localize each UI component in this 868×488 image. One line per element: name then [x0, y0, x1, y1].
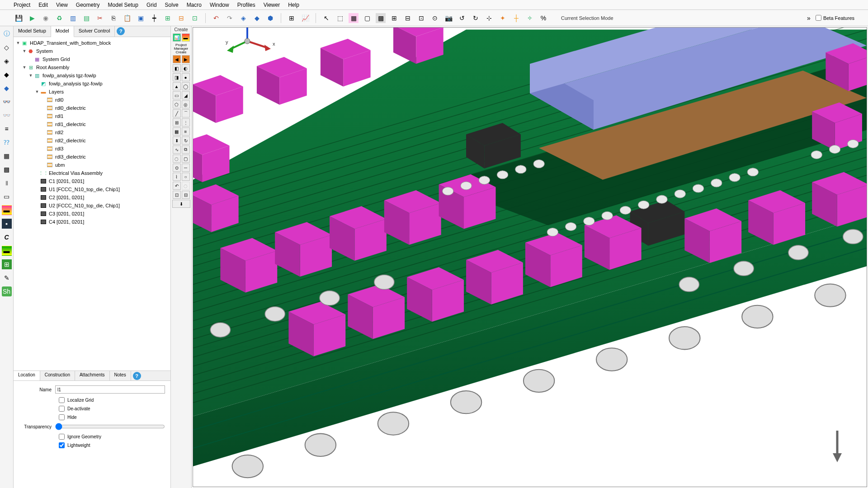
tree-layer[interactable]: rdl3_dielectric — [15, 153, 169, 161]
rotate-ccw-icon[interactable]: ↺ — [457, 13, 467, 23]
model-tree[interactable]: ▼▣HDAP_Transient_with_bottom_block ▼⬣Sys… — [14, 37, 170, 371]
shape-via-icon[interactable]: ⊙ — [173, 164, 181, 172]
tree-layer[interactable]: rdl3 — [15, 145, 169, 153]
chip1-icon[interactable]: ▦ — [2, 151, 12, 161]
ruler-icon[interactable]: ┿ — [149, 13, 159, 23]
tree-package[interactable]: ▼▥fowlp_analysis tgz-fowlp — [15, 71, 169, 80]
shape-dots-icon[interactable]: ⋮ — [182, 118, 190, 127]
name-input[interactable] — [55, 385, 165, 394]
copy-icon[interactable]: ⎘ — [108, 13, 118, 23]
prop-tab-notes[interactable]: Notes — [110, 371, 131, 380]
prop-tab-construction[interactable]: Construction — [40, 371, 75, 380]
sh-icon[interactable]: Sh — [2, 286, 12, 296]
tree-layer[interactable]: rdl0_dielectric — [15, 104, 169, 112]
face-sel-icon[interactable]: ▦ — [349, 13, 359, 23]
shape-pad-icon[interactable]: ▢ — [182, 155, 190, 163]
shape-ball-icon[interactable]: ○ — [182, 173, 190, 181]
shape-sphere-icon[interactable]: ● — [182, 73, 190, 81]
localize-grid-checkbox[interactable] — [59, 397, 65, 403]
help-icon[interactable]: ? — [117, 27, 125, 35]
undo-icon[interactable]: ↶ — [211, 13, 221, 23]
menu-view[interactable]: View — [56, 2, 68, 8]
shape-trace-icon[interactable]: ─ — [182, 164, 190, 172]
shape-extrude-icon[interactable]: ⬍ — [173, 136, 181, 145]
nav-right-icon[interactable]: ▶ — [182, 55, 190, 63]
snap1-icon[interactable]: ⊹ — [484, 13, 494, 23]
tree-root[interactable]: ▼▣HDAP_Transient_with_bottom_block — [15, 39, 169, 47]
shape-stack-icon[interactable]: ≡ — [182, 127, 190, 136]
tree-package-inner[interactable]: ◩fowlp_analysis tgz-fowlp — [15, 80, 169, 88]
cut-icon[interactable]: ✂ — [95, 13, 105, 23]
3d-viewport[interactable]: z x y — [193, 27, 867, 487]
tree-layer[interactable]: ubm — [15, 161, 169, 169]
tree-component[interactable]: C1 [0201, 0201] — [15, 177, 169, 185]
tree-vias[interactable]: ⋮⋮Electrical Vias Assembly — [15, 169, 169, 177]
tree-component[interactable]: C2 [0201, 0201] — [15, 193, 169, 202]
tool-ungroup-icon[interactable]: ⊟ — [182, 191, 190, 199]
percent-icon[interactable]: % — [538, 13, 548, 23]
shaded-cube-icon[interactable]: ⬢ — [265, 13, 275, 23]
transparency-slider[interactable] — [55, 423, 165, 430]
prop-tab-location[interactable]: Location — [14, 371, 40, 380]
shape-arc-icon[interactable]: ⌒ — [182, 109, 190, 117]
deactivate-checkbox[interactable] — [59, 406, 65, 412]
tree-component[interactable]: U2 [FCCC_N10_top_die, Chip1] — [15, 202, 169, 210]
shape-poly-icon[interactable]: ⬠ — [173, 100, 181, 108]
beta-checkbox[interactable] — [816, 15, 821, 21]
tree-root-assembly[interactable]: ▼⊞Root Assembly — [15, 63, 169, 71]
shape-wedge-icon[interactable]: ◢ — [182, 91, 190, 99]
rotate-cw-icon[interactable]: ↻ — [471, 13, 481, 23]
snap3-icon[interactable]: ┼ — [511, 13, 521, 23]
brush-icon[interactable]: ✎ — [2, 273, 12, 283]
tree-layer[interactable]: rdl1 — [15, 112, 169, 120]
prop-tab-attachments[interactable]: Attachments — [75, 371, 110, 380]
shape-prism-icon[interactable]: ◨ — [173, 73, 181, 81]
box-icon[interactable]: ▣ — [136, 13, 146, 23]
bars-icon[interactable]: ⫴ — [2, 178, 12, 188]
shape-sweep-icon[interactable]: ∿ — [173, 145, 181, 154]
tool-group-icon[interactable]: ⊡ — [173, 191, 181, 199]
select-box-icon[interactable]: ⬚ — [335, 13, 345, 23]
wireframe-cube-icon[interactable]: ◈ — [238, 13, 248, 23]
tree-system[interactable]: ▼⬣System — [15, 47, 169, 55]
grid-sq-icon[interactable]: ⊞ — [2, 259, 12, 269]
blue-diamond-icon[interactable]: ◆ — [2, 83, 12, 93]
camera-icon[interactable]: 📷 — [443, 13, 453, 23]
graph-icon[interactable]: 📈 — [300, 13, 310, 23]
menu-geometry[interactable]: Geometry — [76, 2, 100, 8]
dark-sq-icon[interactable]: ▪ — [2, 219, 12, 229]
shape-torus-icon[interactable]: ◯ — [182, 82, 190, 90]
help2-icon[interactable]: ⁇ — [2, 137, 12, 147]
tree-layer[interactable]: rdl2 — [15, 128, 169, 136]
quad3-icon[interactable]: ⊡ — [416, 13, 426, 23]
tree-layers[interactable]: ▼▬Layers — [15, 88, 169, 96]
glasses-dark-icon[interactable]: 👓 — [2, 97, 12, 107]
align3-icon[interactable]: ⊡ — [190, 13, 200, 23]
layers-icon[interactable]: ≡ — [2, 124, 12, 134]
tree-component[interactable]: C4 [0201, 0201] — [15, 218, 169, 226]
align2-icon[interactable]: ⊟ — [176, 13, 186, 23]
menu-help[interactable]: Help — [288, 2, 299, 8]
tab-model-setup[interactable]: Model Setup — [14, 26, 51, 37]
chip2-icon[interactable]: ▩ — [2, 164, 12, 174]
tool-dim-icon[interactable]: ◌ — [182, 182, 190, 190]
nav-left-icon[interactable]: ◀ — [173, 55, 181, 63]
menu-edit[interactable]: Edit — [38, 2, 48, 8]
thermal-icon[interactable]: ▬ — [2, 246, 12, 256]
redo-icon[interactable]: ↷ — [225, 13, 235, 23]
diamond3-icon[interactable]: ◆ — [2, 70, 12, 80]
chart2-icon[interactable]: ▤ — [81, 13, 91, 23]
shape-loft-icon[interactable]: ⧉ — [182, 145, 190, 154]
menu-viewer[interactable]: Viewer — [264, 2, 280, 8]
tree-component[interactable]: C3 [0201, 0201] — [15, 210, 169, 218]
tool-apply-icon[interactable]: ⬇ — [172, 200, 190, 208]
menu-macro[interactable]: Macro — [187, 2, 202, 8]
solid-cube-icon[interactable]: ◆ — [252, 13, 262, 23]
shape-hole-icon[interactable]: ◌ — [173, 155, 181, 163]
gradient-icon[interactable]: ▬ — [2, 205, 12, 215]
snap2-icon[interactable]: ✦ — [498, 13, 508, 23]
doc-icon[interactable]: ▭ — [2, 192, 12, 202]
shape-line-icon[interactable]: ╱ — [173, 109, 181, 117]
shape-ring-icon[interactable]: ◎ — [182, 100, 190, 108]
quad2-icon[interactable]: ⊟ — [403, 13, 413, 23]
